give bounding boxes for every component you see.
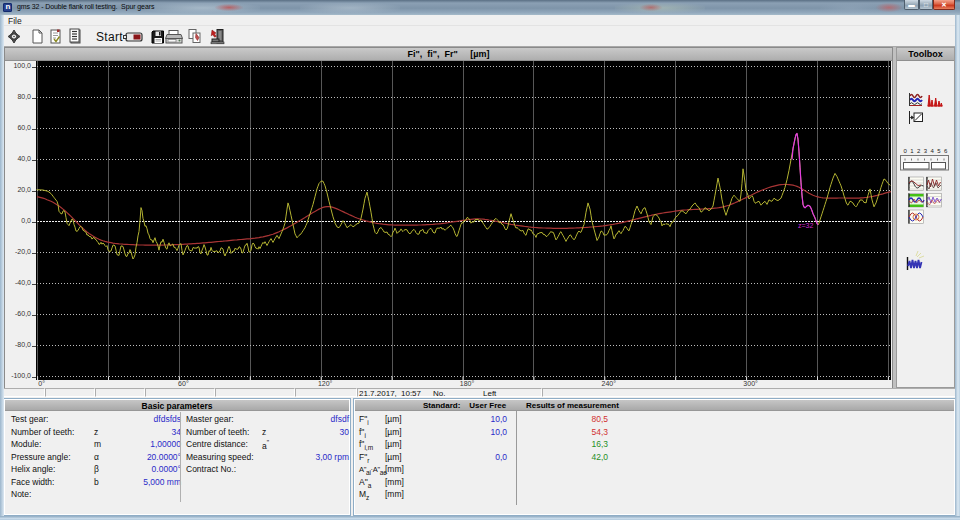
svg-text:0123456: 0123456 [904,148,951,154]
svg-text:z=32: z=32 [798,222,813,229]
